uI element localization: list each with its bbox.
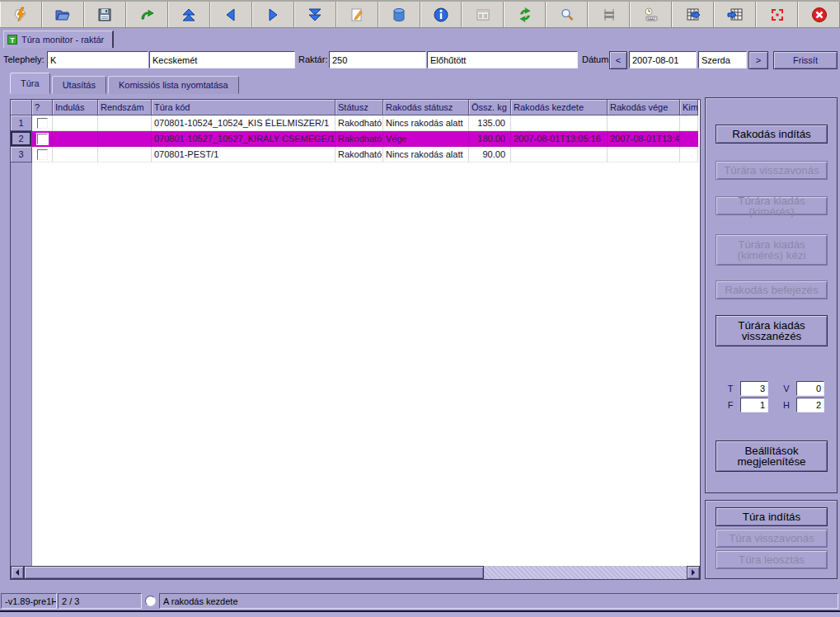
undo-button[interactable] [126,2,168,27]
cell-statusz: Rakodható [336,147,383,162]
red-corners-icon [769,7,786,23]
first-button[interactable] [168,2,210,27]
keyboard-clock-icon [643,7,659,23]
scroll-left-button[interactable] [11,566,24,579]
tura-leosztas-button[interactable]: Túra leosztás [716,550,828,569]
cell-ossz-kg: 180.00 [469,131,511,147]
connect-button[interactable] [0,2,42,27]
telephely-name-input[interactable] [149,51,295,68]
turara-kiadas-kimeres-kezi-button[interactable]: Túrára kiadás (kimérés) kézi [716,234,828,266]
turara-kiadas-kimeres-button[interactable]: Túrára kiadás (kimérés) [716,196,828,215]
grid-import-button[interactable] [714,2,756,27]
cell-rakodas-kezdete [511,147,608,162]
open-button[interactable] [42,2,84,27]
col-header-rakodas-kezdete: Rakodás kezdete [511,100,608,115]
save-button[interactable] [84,2,126,27]
tura-visszavonas-button[interactable]: Túra visszavonás [716,529,828,548]
close-app-button[interactable] [798,2,840,27]
date-input[interactable] [629,51,697,68]
row-number[interactable]: 2 [11,131,32,147]
last-button[interactable] [294,2,336,27]
cell-rakodas-vege: 2007-08-01T13:4 [608,131,680,147]
cell-statusz: Rakodható [336,115,383,131]
cell-kimeres [680,115,698,131]
row-number[interactable]: 3 [11,147,32,162]
filter-bar: Telephely: Raktár: Dátum: < > Frissít [0,48,840,73]
counter-f-label: F [725,400,735,410]
first-up-icon [181,7,197,23]
scrollbar-thumb[interactable] [24,566,484,579]
panel-icon [475,7,491,23]
cell-kimeres [680,147,698,162]
red-corners-button[interactable] [756,2,798,27]
beallitasok-megjelenitese-button[interactable]: Beállítások megjelenítése [716,440,828,472]
cell-rendszam [98,147,152,162]
tab-utasitas[interactable]: Utasítás [52,76,106,94]
tura-inditas-button[interactable]: Túra indítás [716,507,828,526]
raktar-name-input[interactable] [427,51,578,68]
panel-button[interactable] [462,2,504,27]
telephely-label: Telephely: [3,54,45,64]
prev-button[interactable] [210,2,252,27]
date-prev-button[interactable]: < [609,51,627,69]
counter-v-label: V [781,384,791,393]
cell-rakodas-statusz: Nincs rakodás alatt [383,115,469,131]
col-header-tura-kod: Túra kód [152,100,336,115]
cell-statusz: Rakodható [336,131,383,147]
tour-grid: ? Indulás Rendszám Túra kód Státusz Rako… [10,99,701,580]
counter-t-input[interactable] [740,381,768,396]
telephely-code-input[interactable] [47,51,148,68]
info-button[interactable] [420,2,462,27]
grid-import-icon [727,7,744,23]
table-row[interactable]: 1 070801-10524_10524_KIS ÉLELMISZER/1 Ra… [11,115,700,131]
raktar-code-input[interactable] [329,51,426,68]
next-icon [265,7,281,23]
close-icon [811,7,828,23]
grid-corner-cell [11,100,32,115]
tab-komissios-lista[interactable]: Komissiós lista nyomtatása [108,76,239,94]
grid-export-button[interactable] [672,2,714,27]
cell-ossz-kg: 90.00 [469,147,511,162]
cell-rakodas-vege [608,115,680,131]
app-window: T Túra monitor - raktár Telephely: Raktá… [0,0,840,617]
cell-rakodas-kezdete [511,115,608,131]
row-checkbox[interactable] [37,134,48,144]
version-label: -v1.89-pre1H [1,593,57,609]
refresh-data-button[interactable]: Frissít [773,51,838,69]
counter-v-input[interactable] [796,381,824,396]
day-input[interactable] [698,51,747,68]
window-tab-tura-monitor[interactable]: T Túra monitor - raktár [3,31,114,48]
database-button[interactable] [378,2,420,27]
scrollbar-track[interactable] [484,566,687,579]
counter-h-input[interactable] [796,398,824,412]
refresh-button[interactable] [504,2,546,27]
info-icon [433,7,449,23]
rows-button[interactable] [588,2,630,27]
row-checkbox[interactable] [37,149,48,160]
search-button[interactable] [546,2,588,27]
rakodas-befejezes-button[interactable]: Rakodás befejezés [716,280,828,299]
date-next-button[interactable]: > [748,51,768,69]
record-position-label: 2 / 3 [58,593,142,609]
cell-rakodas-vege [608,147,680,162]
open-folder-icon [54,7,71,23]
row-checkbox[interactable] [37,118,48,129]
keyboard-clock-button[interactable] [630,2,672,27]
turara-kiadas-visszanezes-button[interactable]: Túrára kiadás visszanézés [716,315,828,346]
row-number[interactable]: 1 [11,115,32,131]
rakodas-inditas-button[interactable]: Rakodás indítás [716,125,828,144]
table-row[interactable]: 3 070801-PEST/1 Rakodható Nincs rakodás … [11,147,700,162]
scroll-right-icon [692,569,698,576]
database-icon [391,7,407,23]
scroll-right-button[interactable] [687,566,700,579]
edit-button[interactable] [336,2,378,27]
toolbar [0,0,840,28]
turara-visszavonas-button[interactable]: Túrára visszavonás [716,161,828,180]
table-row-selected[interactable]: 2 070801-10527_10527_KIRÁLY CSEMEGE/1 Ra… [11,131,700,147]
counter-f-input[interactable] [740,398,768,412]
next-button[interactable] [252,2,294,27]
tab-tura[interactable]: Túra [10,73,50,94]
cell-indulas [53,115,98,131]
cell-indulas [53,131,98,147]
tour-grid-view: ? Indulás Rendszám Túra kód Státusz Rako… [11,100,700,566]
